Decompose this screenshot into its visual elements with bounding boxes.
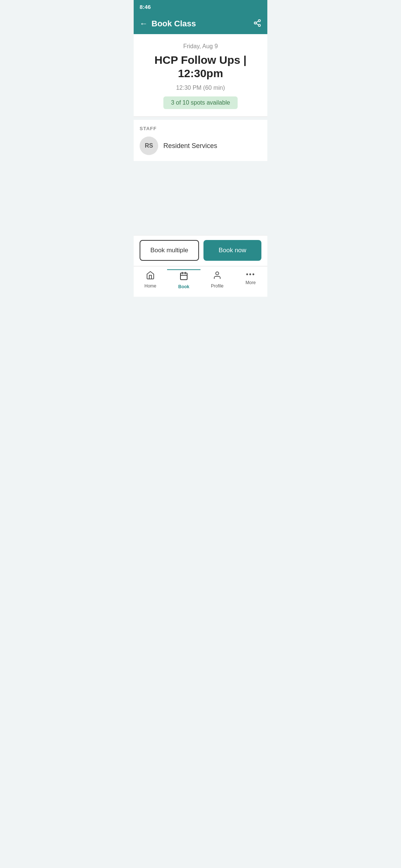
status-bar: 8:46 bbox=[134, 0, 267, 13]
profile-icon bbox=[213, 271, 222, 282]
content-spacer bbox=[134, 161, 267, 235]
nav-item-book[interactable]: Book bbox=[167, 269, 200, 291]
action-buttons-bar: Book multiple Book now bbox=[134, 235, 267, 266]
nav-label-home: Home bbox=[144, 283, 156, 289]
staff-initials: RS bbox=[145, 142, 153, 149]
status-time: 8:46 bbox=[140, 4, 151, 10]
bottom-navigation: Home Book bbox=[134, 266, 267, 297]
share-icon[interactable] bbox=[253, 19, 261, 29]
book-now-button[interactable]: Book now bbox=[203, 240, 261, 261]
nav-label-book: Book bbox=[178, 284, 189, 289]
svg-line-4 bbox=[256, 21, 258, 22]
nav-item-profile[interactable]: Profile bbox=[200, 269, 234, 291]
class-time: 12:30 PM (60 min) bbox=[140, 85, 261, 91]
svg-rect-5 bbox=[180, 273, 187, 280]
class-info-section: Friday, Aug 9 HCP Follow Ups | 12:30pm 1… bbox=[134, 34, 267, 117]
back-button[interactable]: ← bbox=[140, 19, 148, 29]
app-header: ← Book Class bbox=[134, 13, 267, 34]
home-icon bbox=[146, 271, 155, 282]
book-icon bbox=[179, 272, 188, 283]
book-multiple-button[interactable]: Book multiple bbox=[140, 240, 199, 261]
spots-available-badge: 3 of 10 spots available bbox=[163, 96, 237, 109]
staff-section: STAFF RS Resident Services bbox=[134, 120, 267, 161]
nav-item-home[interactable]: Home bbox=[134, 269, 167, 291]
staff-name: Resident Services bbox=[163, 142, 217, 150]
page-title: Book Class bbox=[151, 19, 196, 29]
class-date: Friday, Aug 9 bbox=[140, 43, 261, 50]
nav-label-more: More bbox=[245, 280, 255, 285]
staff-avatar: RS bbox=[140, 137, 158, 155]
svg-point-9 bbox=[216, 272, 219, 275]
nav-item-more[interactable]: ••• More bbox=[234, 269, 267, 291]
more-icon: ••• bbox=[246, 271, 255, 279]
staff-row: RS Resident Services bbox=[140, 137, 261, 155]
svg-line-3 bbox=[256, 23, 258, 25]
nav-label-profile: Profile bbox=[211, 283, 224, 289]
staff-section-label: STAFF bbox=[140, 126, 261, 131]
class-title: HCP Follow Ups | 12:30pm bbox=[140, 53, 261, 80]
